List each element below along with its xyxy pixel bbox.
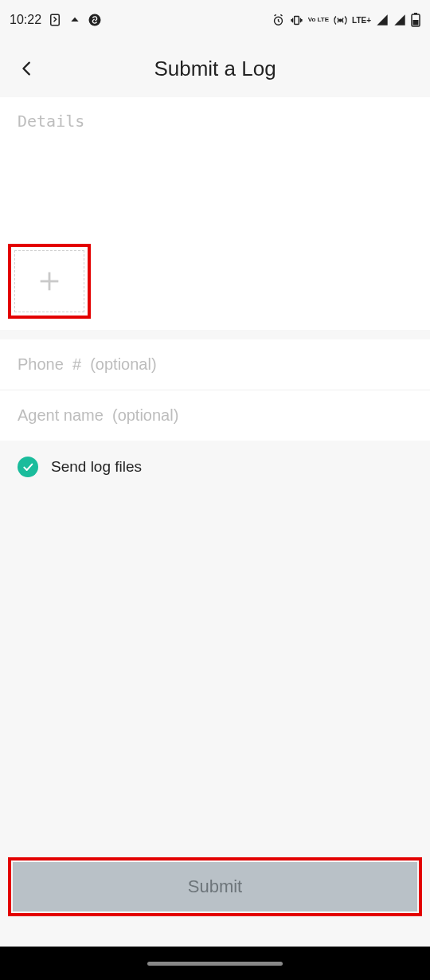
plus-icon: [36, 268, 63, 295]
agent-row: [0, 390, 430, 441]
back-button[interactable]: [14, 56, 40, 81]
svg-rect-3: [294, 16, 299, 24]
svg-point-1: [89, 14, 101, 26]
vibrate-icon: [290, 14, 303, 27]
send-log-files-label: Send log files: [51, 458, 142, 476]
svg-point-4: [339, 19, 342, 22]
system-navbar[interactable]: [0, 947, 430, 980]
checkmark-icon: [18, 457, 38, 477]
submit-highlight: Submit: [8, 857, 422, 916]
hotspot-icon: [334, 14, 347, 27]
signal-icon-1: [376, 14, 389, 26]
details-section: [0, 97, 430, 239]
svg-rect-7: [413, 20, 419, 25]
chevron-up-icon: [68, 14, 81, 26]
chevron-left-icon: [18, 60, 36, 77]
phone-row: [0, 339, 430, 390]
notification-icon-1: [48, 13, 62, 27]
status-time: 10:22: [10, 13, 41, 27]
network-type-label: LTE+: [352, 16, 371, 25]
shazam-icon: [88, 13, 102, 27]
signal-icon-2: [393, 14, 406, 26]
submit-button[interactable]: Submit: [13, 862, 417, 911]
home-pill-icon: [147, 962, 283, 966]
svg-rect-6: [414, 13, 417, 14]
attachment-section: [0, 239, 430, 330]
volte-icon: Vo LTE: [308, 17, 329, 23]
add-attachment-button[interactable]: [14, 250, 84, 312]
attachment-highlight: [8, 244, 91, 319]
app-header: Submit a Log: [0, 40, 430, 97]
send-log-files-toggle[interactable]: Send log files: [0, 441, 430, 493]
alarm-icon: [272, 14, 285, 27]
details-input[interactable]: [18, 112, 412, 231]
agent-name-input[interactable]: [18, 406, 412, 425]
battery-icon: [411, 13, 420, 27]
phone-input[interactable]: [18, 355, 412, 374]
status-bar: 10:22 Vo LTE LTE+: [0, 0, 430, 40]
page-title: Submit a Log: [154, 57, 276, 81]
